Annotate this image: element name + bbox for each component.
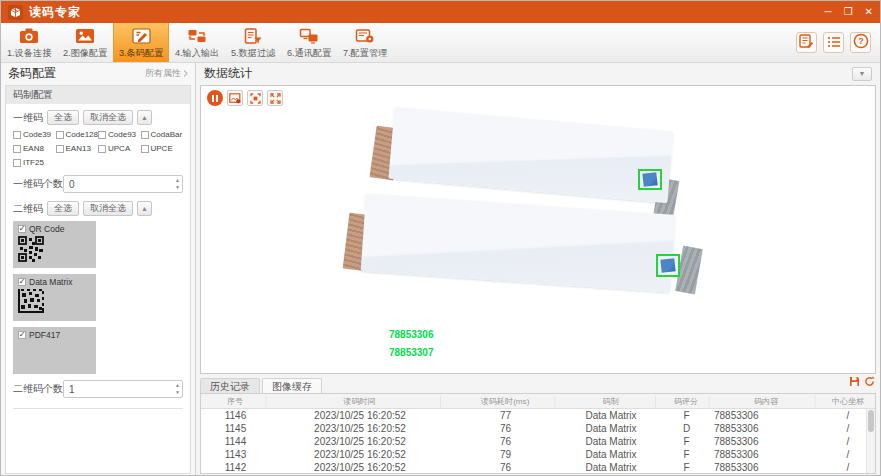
checkbox-icon[interactable] [141,131,149,139]
barcode-type-ean8[interactable]: EAN8 [13,143,56,157]
list-button[interactable] [823,32,844,53]
log-button[interactable] [796,32,817,53]
fit-view-button[interactable] [247,90,263,106]
table-row[interactable]: 11422023/10/25 16:20:5276Data MatrixF788… [201,461,875,474]
checkbox-icon[interactable] [56,131,64,139]
table-row[interactable]: 11432023/10/25 16:20:5279Data MatrixF788… [201,448,875,461]
table-cell: 78853306 [712,436,821,447]
one-d-count-input[interactable]: 0 ▲▼ [63,175,183,193]
column-header[interactable]: 中心坐标 [824,395,873,407]
checkbox-checked-icon[interactable]: ✓ [18,331,26,339]
barcode-type-pdf417[interactable]: ✓PDF417 [13,327,96,374]
toolbar-tab-5[interactable]: 5.数据过滤 [225,23,281,62]
section-title: 码制配置 [6,86,190,104]
barcode-type-upca[interactable]: UPCA [98,143,141,157]
fullscreen-icon [270,93,281,104]
barcode-type-ean13[interactable]: EAN13 [56,143,99,157]
barcode-type-code39[interactable]: Code39 [13,129,56,143]
barcode-type-name: UPCE [151,144,173,153]
barcode-type-code128[interactable]: Code128 [56,129,99,143]
table-cell: 76 [450,423,561,434]
app-window: 读码专家 ─ ❐ ✕ 1.设备连接2.图像配置3.条码配置4.输入输出5.数据过… [0,0,881,476]
barcode-type-name: QR Code [29,224,64,234]
toolbar-tab-2[interactable]: 2.图像配置 [57,23,113,62]
barcode-type-data-matrix[interactable]: ✓Data Matrix [13,274,96,321]
toolbar-tab-6[interactable]: 6.通讯配置 [281,23,337,62]
one-d-deselect-all-button[interactable]: 取消全选 [83,110,133,125]
table-cell: Data Matrix [561,462,661,473]
help-button[interactable]: ? [850,32,871,53]
table-cell: 79 [450,449,561,460]
checkbox-checked-icon[interactable]: ✓ [18,225,26,233]
image-icon [75,27,95,44]
table-scrollbar[interactable] [866,409,875,473]
spinner-arrows-icon[interactable]: ▲▼ [175,382,180,396]
one-d-select-all-button[interactable]: 全选 [47,110,79,125]
toolbar-tab-7[interactable]: 7.配置管理 [337,23,393,62]
checkbox-icon[interactable] [141,145,149,153]
table-row[interactable]: 11442023/10/25 16:20:5276Data MatrixF788… [201,435,875,448]
chevron-right-icon [183,70,188,77]
close-button[interactable]: ✕ [865,7,873,17]
checkbox-icon[interactable] [98,145,106,153]
fullscreen-button[interactable] [267,90,283,106]
data-filter-icon [244,27,262,44]
checkbox-icon[interactable] [56,145,64,153]
toolbar-tab-1[interactable]: 1.设备连接 [1,23,57,62]
two-d-deselect-all-button[interactable]: 取消全选 [83,201,133,216]
checkbox-icon[interactable] [13,131,21,139]
column-header[interactable]: 序号 [204,395,266,407]
column-header[interactable]: 码内容 [717,395,815,407]
column-header[interactable]: 码制 [566,395,656,407]
barcode-type-upce[interactable]: UPCE [141,143,184,157]
panel-collapse-button[interactable]: ▼ [852,67,872,81]
maximize-button[interactable]: ❐ [844,7,853,17]
title-bar: 读码专家 ─ ❐ ✕ [1,1,880,23]
barcode-type-head: ✓PDF417 [18,330,91,340]
two-d-group-label: 二维码 [13,202,43,216]
table-cell: F [661,462,712,473]
table-row[interactable]: 11452023/10/25 16:20:5276Data MatrixD788… [201,422,875,435]
save-button[interactable] [849,373,860,391]
two-d-collapse-button[interactable]: ▲ [137,201,152,216]
barcode-type-code93[interactable]: Code93 [98,129,141,143]
pause-button[interactable] [207,90,223,106]
table-cell: 1143 [201,449,270,460]
two-d-count-input[interactable]: 1 ▲▼ [63,380,183,398]
minimize-button[interactable]: ─ [825,7,832,17]
two-d-select-all-button[interactable]: 全选 [47,201,79,216]
one-d-collapse-button[interactable]: ▲ [137,110,152,125]
barcode-type-qr-code[interactable]: ✓QR Code [13,221,96,268]
table-cell: 2023/10/25 16:20:52 [270,410,450,421]
left-panel-title: 条码配置 [8,65,56,82]
history-tab-2[interactable]: 图像缓存 [262,378,322,393]
column-header[interactable]: 读码时间 [279,395,441,407]
checkbox-icon[interactable] [98,131,106,139]
scrollbar-thumb[interactable] [868,410,874,432]
toolbar-tab-4[interactable]: 4.输入输出 [169,23,225,62]
column-header[interactable]: 码评分 [664,395,710,407]
pause-icon [212,95,218,102]
barcode-type-codabar[interactable]: CodaBar [141,129,184,143]
barcode-type-head: EAN8 [13,144,54,153]
checkbox-icon[interactable] [13,145,21,153]
toolbar-tab-3[interactable]: 3.条码配置 [113,23,169,62]
table-cell: F [661,410,712,421]
column-header[interactable]: 读码耗时(ms) [456,395,556,407]
table-cell: 76 [450,436,561,447]
datamatrix-label [642,172,657,186]
checkbox-icon[interactable] [13,159,21,167]
refresh-button[interactable] [864,373,875,391]
spinner-arrows-icon[interactable]: ▲▼ [175,177,180,191]
barcode-type-itf25[interactable]: ITF25 [13,157,56,171]
history-section: 历史记录图像缓存 序号读码时间读码耗时(ms)码制码评分码内容中心坐标 1146… [200,376,876,474]
table-row[interactable]: 11462023/10/25 16:20:5277Data MatrixF788… [201,409,875,422]
barcode-type-head: UPCA [98,144,139,153]
history-tab-1[interactable]: 历史记录 [200,378,260,393]
history-tab-row: 历史记录图像缓存 [200,376,876,393]
datamatrix-label [660,258,675,272]
image-button[interactable] [227,90,243,106]
all-properties-link[interactable]: 所有属性 [145,67,188,80]
history-table-header: 序号读码时间读码耗时(ms)码制码评分码内容中心坐标 [201,394,875,409]
checkbox-checked-icon[interactable]: ✓ [18,278,26,286]
